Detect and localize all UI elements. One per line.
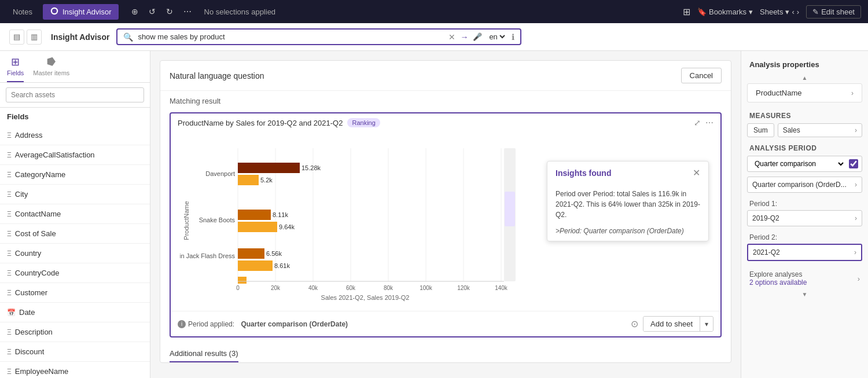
period2-value[interactable]: 2021-Q2 › — [747, 244, 862, 261]
edit-sheet-label: Edit sheet — [821, 8, 855, 16]
measures-row: Sum Sales › — [741, 123, 868, 142]
qc-label: Quarter comparison (OrderD... — [752, 181, 847, 189]
field-icon: Ξ — [7, 151, 12, 159]
fields-tab-label: Fields — [7, 69, 24, 76]
svg-text:140k: 140k — [495, 285, 508, 291]
period1-label: Period 1: — [741, 197, 868, 210]
svg-rect-14 — [238, 163, 300, 173]
info-icon[interactable]: ℹ — [512, 32, 514, 42]
field-item[interactable]: Ξ Country — [0, 244, 150, 263]
explore-analyses-link[interactable]: 2 options available — [749, 278, 807, 287]
period1-value[interactable]: 2019-Q2 › — [747, 210, 862, 226]
svg-point-1 — [52, 9, 57, 13]
add-to-sheet-button[interactable]: Add to sheet ▾ — [643, 316, 713, 332]
measures-sum[interactable]: Sum — [747, 123, 774, 137]
field-icon: Ξ — [7, 190, 12, 199]
clear-icon[interactable]: ✕ — [448, 32, 455, 42]
insights-found-header: Insights found ✕ — [547, 162, 708, 184]
sidebar-tab-fields[interactable]: ⊞ Fields — [7, 56, 24, 82]
field-item[interactable]: Ξ Address — [0, 126, 150, 145]
insights-found-link[interactable]: >Period: Quarter comparison (OrderDate) — [547, 227, 708, 241]
field-item[interactable]: Ξ Cost of Sale — [0, 224, 150, 244]
field-item[interactable]: Ξ Discount — [0, 342, 150, 362]
field-item[interactable]: Ξ Customer — [0, 283, 150, 303]
field-name: Date — [19, 308, 35, 317]
svg-text:15.28k: 15.28k — [301, 164, 321, 171]
more-options-icon[interactable]: ⋯ — [705, 118, 713, 127]
zoom-tool[interactable]: ⊕ — [128, 5, 142, 19]
field-item[interactable]: Ξ Description — [0, 322, 150, 342]
layout-icon-left[interactable]: ▤ — [9, 30, 24, 45]
period-checkbox[interactable] — [849, 159, 858, 168]
svg-rect-16 — [238, 175, 259, 185]
svg-text:80k: 80k — [384, 285, 393, 291]
quarter-comparison-orderdate[interactable]: Quarter comparison (OrderD... › — [747, 177, 862, 193]
field-name: Cost of Sale — [15, 229, 56, 238]
language-select[interactable]: en fr de — [487, 32, 507, 42]
period2-label: Period 2: — [741, 231, 868, 244]
product-name-property[interactable]: ProductName › — [747, 83, 862, 102]
grid-icon[interactable]: ⊞ — [683, 6, 690, 17]
search-assets-input[interactable] — [6, 87, 144, 102]
calendar-icon: 📅 — [7, 309, 16, 317]
sidebar-tab-master-items[interactable]: ⭓ Master items — [33, 56, 69, 82]
chart-area: ProductName Davenport Snake Boots — [171, 132, 720, 311]
sheets-button[interactable]: Sheets ▾ ‹ › — [760, 8, 799, 16]
svg-rect-38 — [505, 192, 515, 226]
insight-advisor-tab[interactable]: Insight Advisor — [43, 4, 119, 20]
field-list: Ξ Address Ξ AverageCallSatisfaction Ξ Ca… — [0, 126, 150, 378]
measures-section-title: Measures — [741, 107, 868, 123]
field-item[interactable]: Ξ AverageCallSatisfaction — [0, 145, 150, 165]
explore-analyses-title: Explore analyses — [749, 270, 807, 278]
redo-tool[interactable]: ↻ — [163, 5, 176, 19]
field-item[interactable]: Ξ CountryCode — [0, 263, 150, 283]
search-bar: 🔍 ✕ → 🎤 en fr de ℹ — [116, 28, 521, 45]
mic-icon[interactable]: 🎤 — [473, 32, 482, 41]
notes-button[interactable]: Notes — [7, 5, 38, 19]
cancel-button[interactable]: Cancel — [681, 68, 722, 83]
svg-rect-18 — [238, 210, 271, 220]
period-dropdown[interactable]: Quarter comparison Year over year — [747, 156, 862, 172]
footer-actions: ⊙ Add to sheet ▾ — [631, 316, 713, 332]
left-sidebar: ⊞ Fields ⭓ Master items Fields Ξ Address… — [0, 51, 150, 378]
matching-result-label: Matching result — [160, 91, 731, 108]
right-panel: Analysis properties ▲ ProductName › Meas… — [741, 51, 868, 378]
field-item-date[interactable]: 📅 Date — [0, 303, 150, 322]
submit-arrow[interactable]: → — [460, 32, 468, 42]
fields-header: Fields — [0, 108, 150, 126]
bookmarks-chevron: ▾ — [749, 8, 753, 16]
field-item[interactable]: Ξ City — [0, 185, 150, 204]
edit-sheet-button[interactable]: ✎ Edit sheet — [806, 5, 861, 19]
sheets-prev[interactable]: ‹ — [792, 8, 794, 16]
search-input[interactable] — [138, 32, 444, 41]
field-item[interactable]: Ξ ContactName — [0, 204, 150, 224]
explore-analyses-chevron[interactable]: › — [858, 274, 860, 283]
svg-text:6.56k: 6.56k — [266, 250, 282, 257]
undo-tool[interactable]: ↺ — [145, 5, 159, 19]
expand-icon[interactable]: ⤢ — [694, 118, 701, 127]
measures-sales[interactable]: Sales › — [778, 123, 862, 137]
chart-header-icons: ⤢ ⋯ — [694, 118, 713, 127]
field-name: AverageCallSatisfaction — [15, 151, 95, 159]
period1-value-text: 2019-Q2 — [752, 214, 779, 222]
main-layout: ⊞ Fields ⭓ Master items Fields Ξ Address… — [0, 51, 868, 378]
bookmark-icon: 🔖 — [697, 8, 707, 16]
add-to-sheet-label[interactable]: Add to sheet — [643, 317, 700, 331]
fields-tab-icon: ⊞ — [11, 56, 20, 68]
field-item[interactable]: Ξ EmployeeName — [0, 362, 150, 378]
bookmarks-button[interactable]: 🔖 Bookmarks ▾ — [697, 8, 753, 16]
period-applied-value: Quarter comparison (OrderDate) — [241, 320, 348, 328]
sheets-next[interactable]: › — [797, 8, 799, 16]
measures-sales-chevron: › — [855, 126, 857, 134]
bookmark-chart-icon[interactable]: ⊙ — [631, 318, 638, 329]
field-icon: Ξ — [7, 368, 12, 376]
additional-results-tab[interactable]: Additional results (3) — [170, 349, 238, 362]
quarter-comparison-select[interactable]: Quarter comparison Year over year — [748, 156, 845, 171]
more-tool[interactable]: ⋯ — [180, 5, 195, 19]
layout-icon-right[interactable]: ▥ — [27, 30, 42, 45]
add-to-sheet-dropdown-icon[interactable]: ▾ — [700, 317, 713, 331]
insight-advisor-icon — [50, 6, 59, 17]
svg-text:9.64k: 9.64k — [279, 223, 295, 230]
field-item[interactable]: Ξ CategoryName — [0, 165, 150, 185]
insights-found-close-button[interactable]: ✕ — [693, 167, 700, 178]
